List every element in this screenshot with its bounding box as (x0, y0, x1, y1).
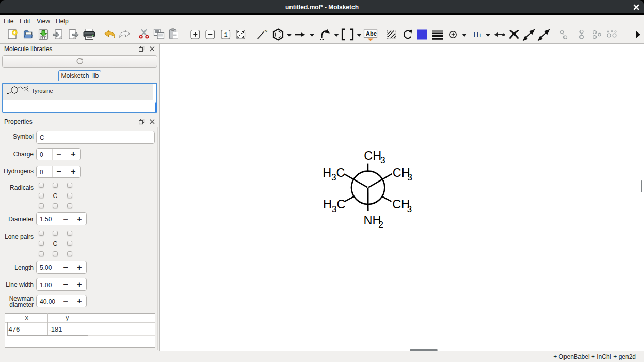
svg-text:3: 3 (331, 172, 336, 183)
svg-text:3: 3 (407, 172, 412, 183)
svg-text:H: H (323, 166, 331, 179)
svg-text:H: H (323, 198, 332, 211)
svg-text:1: 1 (224, 31, 228, 38)
svg-text:2: 2 (378, 220, 383, 230)
svg-text:3: 3 (380, 155, 385, 166)
svg-text:N: N (265, 29, 268, 34)
svg-text:CH: CH (364, 149, 381, 162)
svg-text:C: C (336, 198, 345, 211)
svg-text:Abc: Abc (366, 30, 377, 37)
svg-text:3: 3 (407, 204, 412, 215)
svg-text:H+: H+ (474, 31, 482, 39)
svg-text:C: C (336, 166, 345, 179)
svg-text:3: 3 (332, 204, 337, 215)
